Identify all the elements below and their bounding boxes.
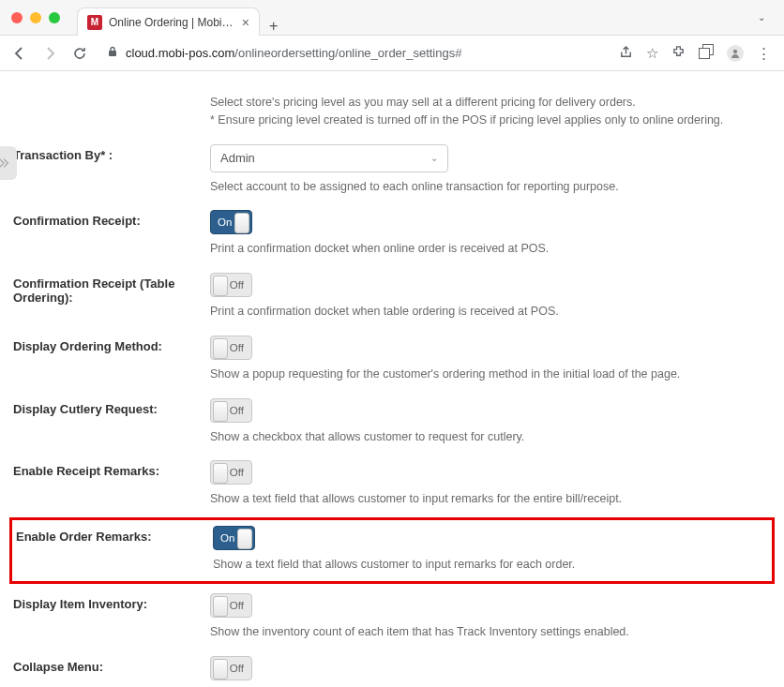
share-icon[interactable] bbox=[619, 45, 633, 62]
page-content: Select store's pricing level as you may … bbox=[0, 71, 784, 687]
browser-chrome: M Online Ordering | MobiPOS × + ⌄ cloud.… bbox=[0, 0, 784, 71]
address-bar[interactable]: cloud.mobi-pos.com/onlineordersetting/on… bbox=[99, 46, 610, 60]
row-label bbox=[13, 88, 201, 129]
bookmark-star-icon[interactable]: ☆ bbox=[646, 45, 658, 62]
row-label: Display Cutlery Request: bbox=[13, 398, 201, 446]
tab-title: Online Ordering | MobiPOS bbox=[109, 16, 235, 29]
row-label: Enable Order Remarks: bbox=[16, 526, 204, 574]
toggle-knob bbox=[213, 338, 228, 359]
toggle-switch[interactable]: On bbox=[213, 526, 255, 550]
setting-row: Display Cutlery Request:OffShow a checkb… bbox=[0, 391, 784, 454]
profile-avatar-icon[interactable] bbox=[727, 45, 744, 62]
help-text: Select account to be assigned to each on… bbox=[210, 178, 771, 196]
transaction-by-select[interactable]: Admin⌄ bbox=[210, 144, 448, 172]
minimize-window-button[interactable] bbox=[30, 12, 41, 23]
maximize-window-button[interactable] bbox=[49, 12, 60, 23]
lock-icon bbox=[107, 46, 118, 60]
setting-row: Display Ordering Method:OffShow a popup … bbox=[0, 328, 784, 391]
control-col: OffShow the inventory count of each item… bbox=[210, 593, 771, 641]
reload-button[interactable] bbox=[69, 43, 90, 64]
setting-row: Enable Receipt Remarks:OffShow a text fi… bbox=[0, 453, 784, 515]
tab-list-dropdown-icon[interactable]: ⌄ bbox=[758, 12, 765, 22]
setting-row: Display Item Inventory:OffShow the inven… bbox=[0, 586, 784, 649]
toggle-knob bbox=[213, 596, 228, 617]
control-col: OffPrint a confirmation docket when tabl… bbox=[210, 273, 771, 321]
forward-button[interactable] bbox=[39, 43, 60, 64]
help-text: Select store's pricing level as you may … bbox=[210, 94, 771, 129]
kebab-menu-icon[interactable]: ⋮ bbox=[757, 45, 771, 62]
help-text: Show a popup requesting for the customer… bbox=[210, 366, 771, 383]
toggle-knob bbox=[213, 276, 228, 296]
setting-row: Transaction By* :Admin⌄Select account to… bbox=[0, 137, 784, 203]
help-text: Print a confirmation docket when table o… bbox=[210, 303, 771, 321]
toggle-knob bbox=[237, 529, 252, 549]
toggle-switch[interactable]: Off bbox=[210, 398, 252, 423]
row-label: Display Ordering Method: bbox=[13, 336, 201, 383]
control-col: Select store's pricing level as you may … bbox=[210, 88, 771, 129]
control-col: OffShow a text field that allows custome… bbox=[210, 460, 771, 508]
toggle-label: Off bbox=[230, 467, 244, 478]
toggle-knob bbox=[213, 401, 228, 422]
close-tab-icon[interactable]: × bbox=[242, 15, 249, 30]
new-tab-button[interactable]: + bbox=[269, 18, 278, 35]
toggle-switch[interactable]: Off bbox=[210, 273, 252, 297]
help-text: Show a text field that allows customer t… bbox=[213, 556, 768, 574]
svg-rect-0 bbox=[109, 51, 116, 56]
row-label: Enable Receipt Remarks: bbox=[13, 460, 201, 508]
setting-row: Confirmation Receipt:OnPrint a confirmat… bbox=[0, 202, 784, 265]
toggle-label: Off bbox=[230, 663, 244, 674]
control-col: OnShow a text field that allows customer… bbox=[213, 526, 768, 574]
select-value: Admin bbox=[220, 151, 255, 165]
row-label: Confirmation Receipt: bbox=[13, 210, 201, 258]
help-text: Show a text field that allows customer t… bbox=[210, 490, 771, 508]
close-window-button[interactable] bbox=[11, 12, 23, 23]
toolbar-actions: ☆ ⋮ bbox=[619, 44, 775, 62]
toggle-switch[interactable]: On bbox=[210, 210, 252, 234]
extensions-icon[interactable] bbox=[671, 45, 686, 62]
toggle-knob bbox=[213, 659, 228, 680]
row-label: Collapse Menu: bbox=[13, 656, 201, 688]
setting-row: Enable Order Remarks:OnShow a text field… bbox=[9, 517, 775, 584]
panel-icon[interactable] bbox=[699, 44, 714, 62]
help-text: Show a checkbox that allows customer to … bbox=[210, 428, 771, 446]
control-col: Admin⌄Select account to be assigned to e… bbox=[210, 144, 771, 196]
row-label: Transaction By* : bbox=[13, 144, 201, 196]
control-col: OffShow a popup requesting for the custo… bbox=[210, 336, 771, 383]
toggle-switch[interactable]: Off bbox=[210, 593, 252, 618]
toggle-switch[interactable]: Off bbox=[210, 336, 252, 360]
toggle-switch[interactable]: Off bbox=[210, 656, 252, 680]
toggle-label: On bbox=[220, 532, 234, 544]
setting-row: Collapse Menu:OffEnable collapsing of co… bbox=[0, 649, 784, 688]
favicon-icon: M bbox=[87, 15, 102, 30]
pricing-level-help-row: Select store's pricing level as you may … bbox=[0, 81, 784, 137]
browser-tab[interactable]: M Online Ordering | MobiPOS × bbox=[77, 7, 260, 36]
title-bar: M Online Ordering | MobiPOS × + ⌄ bbox=[0, 0, 784, 36]
svg-point-1 bbox=[733, 49, 737, 52]
browser-toolbar: cloud.mobi-pos.com/onlineordersetting/on… bbox=[0, 36, 784, 71]
side-drawer-handle[interactable] bbox=[0, 146, 17, 180]
toggle-label: Off bbox=[230, 279, 244, 291]
toggle-label: On bbox=[218, 217, 232, 228]
back-button[interactable] bbox=[9, 43, 30, 64]
toggle-label: Off bbox=[230, 342, 244, 353]
window-controls bbox=[11, 12, 60, 23]
toggle-knob bbox=[234, 213, 249, 233]
toggle-knob bbox=[213, 463, 228, 484]
toggle-label: Off bbox=[230, 405, 244, 416]
url-text: cloud.mobi-pos.com/onlineordersetting/on… bbox=[126, 46, 461, 60]
tab-strip: M Online Ordering | MobiPOS × + bbox=[77, 0, 278, 35]
row-label: Display Item Inventory: bbox=[13, 593, 201, 641]
control-col: OffShow a checkbox that allows customer … bbox=[210, 398, 771, 446]
toggle-switch[interactable]: Off bbox=[210, 460, 252, 485]
help-text: Print a confirmation docket when online … bbox=[210, 240, 771, 258]
setting-row: Confirmation Receipt (Table Ordering):Of… bbox=[0, 265, 784, 328]
toggle-label: Off bbox=[230, 600, 244, 611]
control-col: OffEnable collapsing of combo meal group… bbox=[210, 656, 771, 688]
control-col: OnPrint a confirmation docket when onlin… bbox=[210, 210, 771, 258]
row-label: Confirmation Receipt (Table Ordering): bbox=[13, 273, 201, 321]
help-text: Show the inventory count of each item th… bbox=[210, 623, 771, 641]
chevron-down-icon: ⌄ bbox=[430, 153, 438, 163]
